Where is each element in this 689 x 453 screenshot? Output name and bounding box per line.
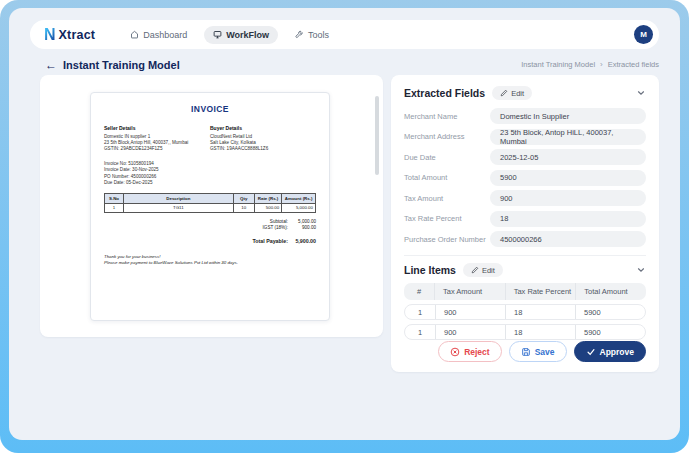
po-number-field[interactable]: 4500000266 [490,231,646,247]
tools-wrench-icon [295,30,304,39]
extraction-panel: Extracted Fields Edit Merchant Name Dome… [391,75,659,372]
li-cell-tax-rate[interactable]: 18 [505,325,575,339]
buyer-heading: Buyer Details [210,125,316,131]
li-cell-total-amount[interactable]: 5900 [575,305,645,319]
field-row-merchant-address: Merchant Address 23 5th Block, Antop HiL… [404,129,646,145]
line-items-title: Line Items [404,264,456,276]
nav-label-workflow: WorkFlow [226,30,269,40]
extracted-fields-list: Merchant Name Domestic In Supplier Merch… [404,108,646,247]
footer-payment-note: Please make payment to BlueWave Solution… [104,260,316,267]
line-items-collapse-chevron-icon[interactable] [636,265,646,275]
footer-thanks: Thank you for your business! [104,254,316,261]
breadcrumb: Instant Training Model › Extracted field… [521,60,659,69]
nav-item-tools[interactable]: Tools [286,26,338,44]
field-label: Purchase Order Number [404,235,490,244]
cell-amount: 5,000.00 [282,203,316,212]
breadcrumb-separator-icon: › [600,60,603,69]
cell-rate: 500.00 [254,203,281,212]
app-surface: N Xtract Dashboard WorkFlow [9,8,680,440]
nav-item-dashboard[interactable]: Dashboard [121,26,196,44]
seller-heading: Seller Details [104,125,210,131]
back-arrow-icon[interactable]: ← [45,59,57,71]
tax-amount-field[interactable]: 900 [490,190,646,206]
cell-qty: 10 [233,203,254,212]
edit-label: Edit [482,266,495,275]
brand-logo: N Xtract [44,27,95,43]
extracted-fields-header: Extracted Fields Edit [404,86,646,100]
nav-label-dashboard: Dashboard [143,30,187,40]
li-cell-tax-rate[interactable]: 18 [505,305,575,319]
nav-label-tools: Tools [308,30,329,40]
merchant-address-field[interactable]: 23 5th Block, Antop HiLL, 400037, Mumbai [490,129,646,145]
field-row-due-date: Due Date 2025-12-05 [404,149,646,165]
field-row-tax-amount: Tax Amount 900 [404,190,646,206]
invoice-meta: Invoice No: 5105800194 Invoice Date: 30-… [104,161,316,187]
extracted-fields-collapse-chevron-icon[interactable] [636,88,646,98]
total-payable-value: 5,900.00 [288,238,316,244]
pencil-icon [471,266,479,274]
field-row-total-amount: Total Amount 5900 [404,170,646,186]
field-row-merchant-name: Merchant Name Domestic In Supplier [404,108,646,124]
total-amount-field[interactable]: 5900 [490,170,646,186]
li-col-total-amount: Total Amount [575,283,646,300]
subtotal-row: Subtotal: 5,000.00 [270,219,316,224]
subtotal-label: Subtotal: [270,219,288,224]
igst-label: IGST (18%): [263,225,288,230]
line-items-table: # Tax Amount Tax Rate Percent Total Amou… [404,283,646,340]
line-items-edit-button[interactable]: Edit [463,263,503,277]
total-payable-label: Total Payable: [252,238,288,244]
field-label: Total Amount [404,173,490,182]
li-cell-total-amount[interactable]: 5900 [575,325,645,339]
col-description: Description [123,194,233,203]
invoice-totals: Subtotal: 5,000.00 IGST (18%): 900.00 To… [104,219,316,244]
extracted-fields-title: Extracted Fields [404,87,485,99]
igst-value: 900.00 [288,225,316,230]
merchant-name-field[interactable]: Domestic In Supplier [490,108,646,124]
page-title: Instant Training Model [63,59,180,71]
due-date-field[interactable]: 2025-12-05 [490,149,646,165]
seller-line: GSTIN: 29ABCDE1234F1Z5 [104,146,210,152]
main-nav: Dashboard WorkFlow Tools [121,26,338,44]
extracted-fields-edit-button[interactable]: Edit [492,86,532,100]
col-amount: Amount (Rs.) [282,194,316,203]
approve-button[interactable]: Approve [574,341,646,362]
approve-label: Approve [600,347,634,357]
invoice-table-row: 1 TG11 10 500.00 5,000.00 [105,203,316,212]
tax-rate-field[interactable]: 18 [490,211,646,227]
invoice-title: INVOICE [104,104,316,114]
section-divider [404,255,646,256]
invoice-footer: Thank you for your business! Please make… [104,254,316,267]
invoice-document: INVOICE Seller Details Domestic IN suppl… [90,92,330,321]
li-cell-tax-amount[interactable]: 900 [435,305,505,319]
li-cell-tax-amount[interactable]: 900 [435,325,505,339]
field-label: Tax Rate Percent [404,214,490,223]
breadcrumb-parent[interactable]: Instant Training Model [521,60,595,69]
buyer-line: GSTIN: 19AAACC8888L1Z6 [210,146,316,152]
due-date: Due Date: 05-Dec-2025 [104,180,316,186]
invoice-line-table: S.No Description Qty Rate (Rs.) Amount (… [104,193,316,212]
seller-details: Seller Details Domestic IN supplier 1 23… [104,125,210,153]
line-item-row: 1 900 18 5900 [404,324,646,340]
igst-row: IGST (18%): 900.00 [263,225,316,230]
document-scrollbar[interactable] [375,96,379,175]
save-button[interactable]: Save [509,341,567,362]
line-items-header: Line Items Edit [404,263,646,277]
cell-description: TG11 [123,203,233,212]
field-label: Merchant Address [404,132,490,141]
line-item-row: 1 900 18 5900 [404,304,646,320]
dashboard-home-icon [130,30,139,39]
col-qty: Qty [233,194,254,203]
app-window: N Xtract Dashboard WorkFlow [0,0,689,453]
user-avatar[interactable]: M [634,25,653,44]
circle-x-icon [450,347,460,357]
cell-sno: 1 [105,203,124,212]
action-buttons: Reject Save Approve [438,341,646,362]
check-icon [586,347,596,357]
nav-item-workflow[interactable]: WorkFlow [204,26,278,44]
breadcrumb-current: Extracted fields [608,60,659,69]
reject-button[interactable]: Reject [438,341,502,362]
brand-name: Xtract [59,28,96,42]
field-row-tax-rate: Tax Rate Percent 18 [404,211,646,227]
field-row-po-number: Purchase Order Number 4500000266 [404,231,646,247]
top-nav-bar: N Xtract Dashboard WorkFlow [30,20,659,49]
